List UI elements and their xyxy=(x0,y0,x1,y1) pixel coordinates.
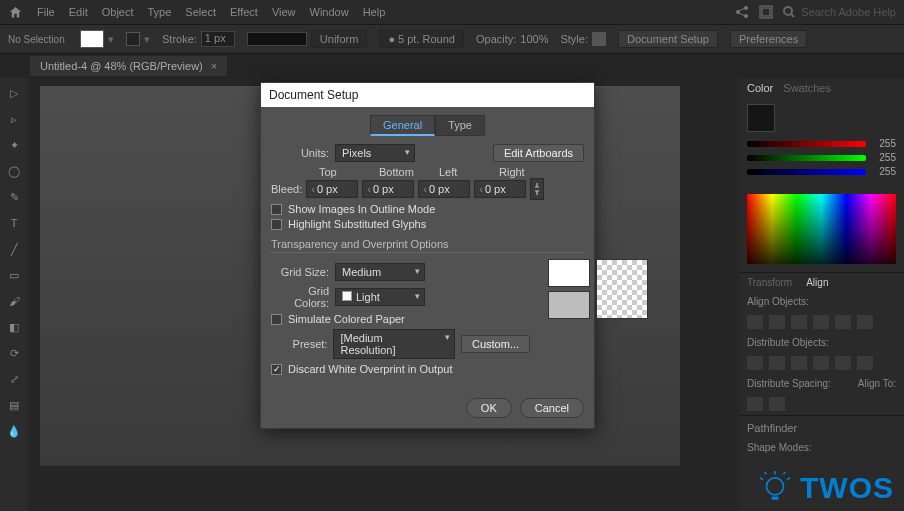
cancel-button[interactable]: Cancel xyxy=(520,398,584,418)
bleed-bottom-label: Bottom xyxy=(379,166,435,178)
units-label: Units: xyxy=(271,147,329,159)
eyedropper-tool[interactable]: 💧 xyxy=(3,420,25,442)
align-hcenter[interactable] xyxy=(769,315,785,329)
menu-object[interactable]: Object xyxy=(102,6,134,18)
grid-preview-white[interactable] xyxy=(548,259,590,287)
type-tool[interactable]: T xyxy=(3,212,25,234)
grid-size-select[interactable]: Medium xyxy=(335,263,425,281)
simulate-paper-checkbox[interactable]: Simulate Colored Paper xyxy=(271,313,530,325)
selection-tool[interactable]: ▷ xyxy=(3,82,25,104)
align-left[interactable] xyxy=(747,315,763,329)
highlight-glyphs-checkbox[interactable]: Highlight Substituted Glyphs xyxy=(271,218,584,230)
line-tool[interactable]: ╱ xyxy=(3,238,25,260)
units-select[interactable]: Pixels xyxy=(335,144,415,162)
rect-tool[interactable]: ▭ xyxy=(3,264,25,286)
dist-3[interactable] xyxy=(791,356,807,370)
menu-effect[interactable]: Effect xyxy=(230,6,258,18)
style-label: Style: xyxy=(560,33,588,45)
slider-g-value: 255 xyxy=(872,152,896,163)
color-spectrum[interactable] xyxy=(747,194,896,264)
tab-transform[interactable]: Transform xyxy=(747,277,792,288)
menu-window[interactable]: Window xyxy=(310,6,349,18)
dist-4[interactable] xyxy=(813,356,829,370)
slider-r-value: 255 xyxy=(872,138,896,149)
dist-1[interactable] xyxy=(747,356,763,370)
bleed-top-input[interactable]: 0 px xyxy=(306,180,358,198)
tab-align[interactable]: Align xyxy=(806,277,828,288)
scale-tool[interactable]: ⤢ xyxy=(3,368,25,390)
link-bleed-icon[interactable] xyxy=(530,178,544,200)
slider-b[interactable] xyxy=(747,169,866,175)
edit-artboards-button[interactable]: Edit Artboards xyxy=(493,144,584,162)
svg-rect-4 xyxy=(762,8,770,16)
direct-selection-tool[interactable]: ▹ xyxy=(3,108,25,130)
color-swatch[interactable] xyxy=(747,104,775,132)
tab-type[interactable]: Type xyxy=(435,115,485,136)
bleed-right-input[interactable]: 0 px xyxy=(474,180,526,198)
opacity-value[interactable]: 100% xyxy=(520,33,548,45)
home-icon[interactable] xyxy=(8,5,23,20)
show-images-outline-checkbox[interactable]: Show Images In Outline Mode xyxy=(271,203,584,215)
stroke-swatch[interactable] xyxy=(126,32,140,46)
menu-edit[interactable]: Edit xyxy=(69,6,88,18)
align-top[interactable] xyxy=(813,315,829,329)
menu-file[interactable]: File xyxy=(37,6,55,18)
wand-tool[interactable]: ✦ xyxy=(3,134,25,156)
menu-view[interactable]: View xyxy=(272,6,296,18)
grid-preview-gray[interactable] xyxy=(548,291,590,319)
stroke-uniform[interactable]: Uniform xyxy=(311,30,368,48)
bleed-bottom-input[interactable]: 0 px xyxy=(362,180,414,198)
preset-select[interactable]: [Medium Resolution] xyxy=(333,329,455,359)
help-search[interactable]: Search Adobe Help xyxy=(783,6,896,18)
stroke-profile[interactable] xyxy=(247,32,307,46)
distribute-objects-row xyxy=(739,352,904,374)
close-tab-icon[interactable]: × xyxy=(211,60,217,72)
lasso-tool[interactable]: ◯ xyxy=(3,160,25,182)
arrange-icon[interactable] xyxy=(759,5,773,19)
document-setup-button[interactable]: Document Setup xyxy=(618,30,718,48)
align-right[interactable] xyxy=(791,315,807,329)
tab-color[interactable]: Color xyxy=(747,82,773,94)
brush-def[interactable]: ● 5 pt. Round xyxy=(379,30,464,48)
dist-6[interactable] xyxy=(857,356,873,370)
grid-size-label: Grid Size: xyxy=(271,266,329,278)
dist-5[interactable] xyxy=(835,356,851,370)
document-tab[interactable]: Untitled-4 @ 48% (RGB/Preview) × xyxy=(30,56,227,76)
slider-r[interactable] xyxy=(747,141,866,147)
stroke-weight[interactable]: 1 px xyxy=(201,31,235,47)
align-vcenter[interactable] xyxy=(835,315,851,329)
align-bottom[interactable] xyxy=(857,315,873,329)
eraser-tool[interactable]: ◧ xyxy=(3,316,25,338)
grid-colors-select[interactable]: Light xyxy=(335,288,425,306)
tab-general[interactable]: General xyxy=(370,115,435,136)
custom-button[interactable]: Custom... xyxy=(461,335,530,353)
ok-button[interactable]: OK xyxy=(466,398,512,418)
menu-help[interactable]: Help xyxy=(363,6,386,18)
slider-g[interactable] xyxy=(747,155,866,161)
bleed-left-input[interactable]: 0 px xyxy=(418,180,470,198)
fill-swatch[interactable] xyxy=(80,30,104,48)
twos-watermark: TWOS xyxy=(758,471,894,505)
rotate-tool[interactable]: ⟳ xyxy=(3,342,25,364)
menu-type[interactable]: Type xyxy=(148,6,172,18)
share-icon[interactable] xyxy=(735,5,749,19)
style-swatch[interactable] xyxy=(592,32,606,46)
twos-text: TWOS xyxy=(800,471,894,505)
distribute-objects-label: Distribute Objects: xyxy=(739,333,904,352)
align-to-label: Align To: xyxy=(858,378,896,389)
menu-select[interactable]: Select xyxy=(185,6,216,18)
shape-modes-label: Shape Modes: xyxy=(739,440,904,455)
gradient-tool[interactable]: ▤ xyxy=(3,394,25,416)
dist-sp-2[interactable] xyxy=(769,397,785,411)
svg-point-5 xyxy=(784,7,792,15)
transparency-section-label: Transparency and Overprint Options xyxy=(271,238,584,253)
dist-sp-1[interactable] xyxy=(747,397,763,411)
pen-tool[interactable]: ✎ xyxy=(3,186,25,208)
discard-white-checkbox[interactable]: Discard White Overprint in Output xyxy=(271,363,530,375)
tools-panel: ▷ ▹ ✦ ◯ ✎ T ╱ ▭ 🖌 ◧ ⟳ ⤢ ▤ 💧 xyxy=(0,78,28,511)
menu-bar: File Edit Object Type Select Effect View… xyxy=(0,0,904,24)
brush-tool[interactable]: 🖌 xyxy=(3,290,25,312)
preferences-button[interactable]: Preferences xyxy=(730,30,807,48)
dist-2[interactable] xyxy=(769,356,785,370)
tab-swatches[interactable]: Swatches xyxy=(783,82,831,94)
